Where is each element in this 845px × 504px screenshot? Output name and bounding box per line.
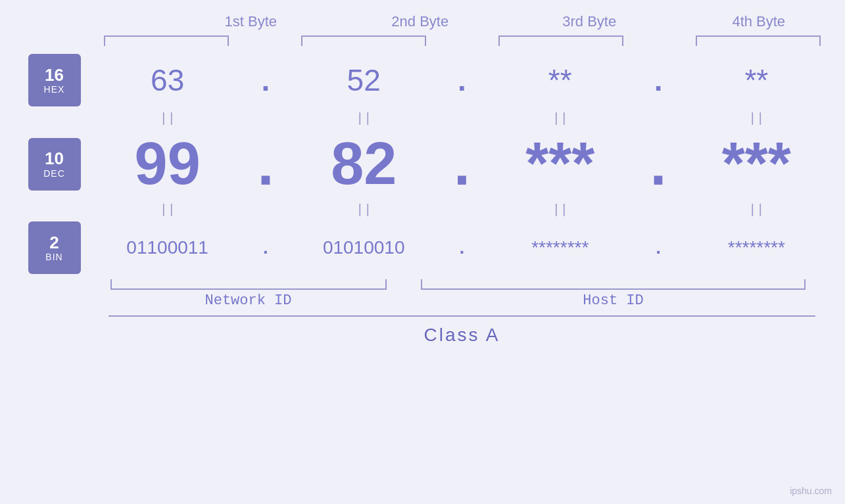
hex-dot3: . [654, 65, 663, 95]
network-id-label: Network ID [205, 292, 291, 309]
hex-dot1: . [262, 65, 270, 95]
watermark: ipshu.com [790, 486, 832, 496]
bottom-bracket-host [421, 279, 806, 290]
hex-values: 63 . 52 . ** . ** [94, 62, 831, 98]
bin-values: 01100011 . 01010010 . ******** . *******… [94, 237, 831, 258]
sep-row-1: || || || || [15, 106, 831, 130]
class-bracket-line [109, 315, 815, 317]
bracket-byte2 [301, 35, 426, 46]
bin-byte2: 01010010 [323, 237, 405, 258]
hex-byte2: 52 [347, 62, 381, 98]
bottom-bracket-network [110, 279, 387, 290]
bin-badge-label: BIN [45, 252, 62, 262]
hex-badge-label: HEX [44, 84, 65, 95]
host-id-label: Host ID [583, 292, 643, 309]
sep2-b1: || [102, 202, 233, 218]
class-bracket-area: Class A [15, 315, 831, 346]
byte4-header: 4th Byte [690, 13, 827, 30]
sep1-b4: || [690, 111, 822, 126]
byte-headers: 1st Byte 2nd Byte 3rd Byte 4th Byte [104, 13, 827, 30]
sep1-b3: || [495, 111, 626, 126]
dec-dot1: . [257, 135, 274, 194]
sep-row-2: || || || || [15, 198, 831, 221]
dec-values: 99 . 82 . *** . *** [94, 130, 831, 198]
bin-row: 2 BIN 01100011 . 01010010 . ******** . [15, 221, 831, 274]
sep1-b2: || [298, 111, 429, 126]
bracket-byte1 [104, 35, 229, 46]
bin-byte3: ******** [531, 237, 589, 258]
sep1-b1: || [102, 111, 233, 126]
byte2-header: 2nd Byte [352, 13, 489, 30]
sep2-b3: || [495, 202, 626, 218]
bin-byte4: ******** [728, 237, 785, 258]
sep2-b2: || [298, 202, 429, 218]
bin-badge: 2 BIN [28, 221, 81, 274]
class-label: Class A [424, 325, 500, 346]
bin-dot1: . [263, 239, 268, 257]
dec-dot3: . [650, 135, 667, 194]
bin-byte1: 01100011 [126, 237, 208, 258]
hex-badge: 16 HEX [28, 54, 81, 106]
hex-byte1: 63 [151, 62, 184, 98]
dec-byte2: 82 [331, 130, 397, 198]
hex-byte4: ** [744, 62, 768, 98]
main-container: 1st Byte 2nd Byte 3rd Byte 4th Byte 16 H… [0, 0, 845, 504]
dec-byte1: 99 [135, 130, 201, 198]
bin-dot3: . [656, 239, 661, 257]
dec-badge: 10 DEC [28, 138, 81, 191]
hex-row: 16 HEX 63 . 52 . ** . ** [15, 54, 831, 106]
hex-byte3: ** [548, 62, 572, 98]
dec-dot2: . [454, 135, 470, 194]
dec-byte3: *** [525, 130, 594, 198]
top-brackets-row [15, 35, 831, 46]
bin-badge-number: 2 [49, 233, 59, 252]
dec-byte4: *** [722, 130, 791, 198]
dec-badge-number: 10 [45, 149, 64, 168]
bracket-byte4 [696, 35, 821, 46]
byte1-header: 1st Byte [183, 13, 320, 30]
sep2-b4: || [690, 202, 822, 218]
bottom-brackets-area: Network ID Host ID [15, 279, 831, 309]
dec-badge-label: DEC [43, 168, 65, 179]
hex-dot2: . [458, 65, 466, 95]
dec-row: 10 DEC 99 . 82 . *** . *** [15, 130, 831, 198]
bracket-byte3 [498, 35, 623, 46]
bin-dot2: . [460, 239, 465, 257]
hex-badge-number: 16 [45, 66, 64, 85]
byte3-header: 3rd Byte [521, 13, 658, 30]
